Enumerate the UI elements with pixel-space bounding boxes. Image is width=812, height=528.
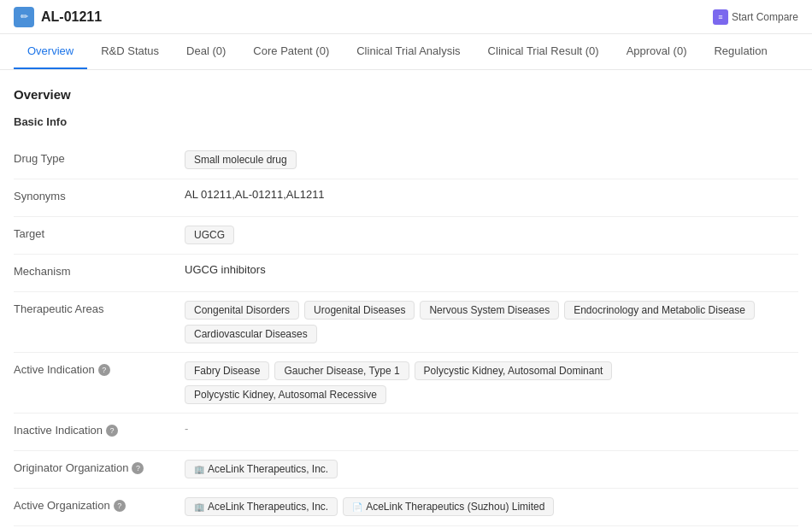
org-tag-active-org-1: 📄AceLink Therapeutics (Suzhou) Limited bbox=[343, 497, 554, 516]
row-active-org: Active Organization?🏢AceLink Therapeutic… bbox=[14, 489, 798, 526]
value-target: UGCG bbox=[185, 226, 798, 244]
tag-active-indication-1: Gaucher Disease, Type 1 bbox=[274, 361, 409, 380]
tag-active-indication-3: Polycystic Kidney, Autosomal Recessive bbox=[185, 385, 386, 404]
row-mechanism: MechanismUGCG inhibitors bbox=[14, 255, 798, 292]
row-therapeutic-areas: Therapeutic AreasCongenital DisordersUro… bbox=[14, 292, 798, 353]
help-icon-active-org[interactable]: ? bbox=[114, 500, 126, 512]
compare-icon: ≡ bbox=[713, 9, 728, 25]
value-synonyms: AL 01211,AL-01211,AL1211 bbox=[185, 188, 798, 201]
value-therapeutic-areas: Congenital DisordersUrogenital DiseasesN… bbox=[185, 301, 798, 343]
start-compare-button[interactable]: ≡ Start Compare bbox=[713, 9, 798, 25]
org-tag-active-org-0: 🏢AceLink Therapeutics, Inc. bbox=[185, 497, 338, 516]
tag-therapeutic-areas-3: Endocrinology and Metabolic Disease bbox=[564, 301, 755, 320]
tab-rd-status[interactable]: R&D Status bbox=[87, 34, 173, 69]
tag-drug-type-0: Small molecule drug bbox=[185, 150, 297, 169]
tab-deal[interactable]: Deal (0) bbox=[173, 34, 239, 69]
label-therapeutic-areas: Therapeutic Areas bbox=[14, 301, 185, 315]
row-originator-org: Originator Organization?🏢AceLink Therape… bbox=[14, 451, 798, 489]
value-active-org: 🏢AceLink Therapeutics, Inc.📄AceLink Ther… bbox=[185, 497, 798, 516]
tab-core-patent[interactable]: Core Patent (0) bbox=[239, 34, 343, 69]
label-drug-type: Drug Type bbox=[14, 150, 185, 165]
value-mechanism: UGCG inhibitors bbox=[185, 263, 798, 276]
value-originator-org: 🏢AceLink Therapeutics, Inc. bbox=[185, 460, 798, 478]
tab-regulation[interactable]: Regulation bbox=[700, 34, 780, 69]
label-synonyms: Synonyms bbox=[14, 188, 185, 202]
tag-active-indication-0: Fabry Disease bbox=[185, 361, 269, 380]
tag-target-0: UGCG bbox=[185, 226, 234, 244]
tag-therapeutic-areas-2: Nervous System Diseases bbox=[420, 301, 559, 320]
row-inactive-indication: Inactive Indication?- bbox=[14, 414, 798, 451]
section-title: Overview bbox=[14, 87, 798, 102]
text-mechanism: UGCG inhibitors bbox=[185, 263, 266, 276]
dash-inactive-indication: - bbox=[185, 422, 188, 435]
info-rows: Drug TypeSmall molecule drugSynonymsAL 0… bbox=[14, 142, 798, 528]
edit-icon: ✏ bbox=[14, 7, 34, 27]
row-synonyms: SynonymsAL 01211,AL-01211,AL1211 bbox=[14, 179, 798, 217]
row-active-indication: Active Indication?Fabry DiseaseGaucher D… bbox=[14, 353, 798, 414]
label-active-org: Active Organization? bbox=[14, 497, 185, 512]
org-tag-originator-org-0: 🏢AceLink Therapeutics, Inc. bbox=[185, 460, 338, 478]
content-area: Overview Basic Info Drug TypeSmall molec… bbox=[0, 70, 812, 528]
label-originator-org: Originator Organization? bbox=[14, 460, 185, 474]
tag-therapeutic-areas-1: Urogenital Diseases bbox=[304, 301, 415, 320]
tab-clinical-trial-analysis[interactable]: Clinical Trial Analysis bbox=[343, 34, 474, 69]
tab-overview[interactable]: Overview bbox=[14, 34, 87, 69]
help-icon-active-indication[interactable]: ? bbox=[98, 364, 110, 376]
app-header: ✏ AL-01211 ≡ Start Compare bbox=[0, 0, 812, 34]
tag-active-indication-2: Polycystic Kidney, Autosomal Dominant bbox=[415, 361, 613, 380]
label-target: Target bbox=[14, 226, 185, 240]
org-name: AceLink Therapeutics (Suzhou) Limited bbox=[366, 501, 544, 513]
org-icon: 🏢 bbox=[194, 465, 204, 474]
subsection-title: Basic Info bbox=[14, 115, 798, 128]
row-drug-type: Drug TypeSmall molecule drug bbox=[14, 142, 798, 179]
compare-label: Start Compare bbox=[732, 11, 798, 23]
help-icon-originator-org[interactable]: ? bbox=[132, 462, 144, 474]
org-icon: 🏢 bbox=[194, 502, 204, 512]
row-target: TargetUGCG bbox=[14, 217, 798, 255]
label-mechanism: Mechanism bbox=[14, 263, 185, 278]
label-active-indication: Active Indication? bbox=[14, 361, 185, 376]
tab-clinical-trial-result[interactable]: Clinical Trial Result (0) bbox=[474, 34, 613, 69]
tag-therapeutic-areas-0: Congenital Disorders bbox=[185, 301, 299, 320]
nav-tabs: OverviewR&D StatusDeal (0)Core Patent (0… bbox=[0, 34, 812, 70]
label-inactive-indication: Inactive Indication? bbox=[14, 422, 185, 437]
org-icon: 📄 bbox=[352, 502, 362, 512]
text-synonyms: AL 01211,AL-01211,AL1211 bbox=[185, 188, 325, 201]
header-left: ✏ AL-01211 bbox=[14, 7, 102, 27]
value-inactive-indication: - bbox=[185, 422, 798, 435]
drug-title: AL-01211 bbox=[41, 9, 102, 25]
tag-therapeutic-areas-4: Cardiovascular Diseases bbox=[185, 325, 317, 343]
tab-approval[interactable]: Approval (0) bbox=[613, 34, 701, 69]
help-icon-inactive-indication[interactable]: ? bbox=[106, 425, 118, 437]
org-name: AceLink Therapeutics, Inc. bbox=[208, 501, 328, 513]
value-drug-type: Small molecule drug bbox=[185, 150, 798, 169]
value-active-indication: Fabry DiseaseGaucher Disease, Type 1Poly… bbox=[185, 361, 798, 404]
org-name: AceLink Therapeutics, Inc. bbox=[208, 463, 328, 475]
